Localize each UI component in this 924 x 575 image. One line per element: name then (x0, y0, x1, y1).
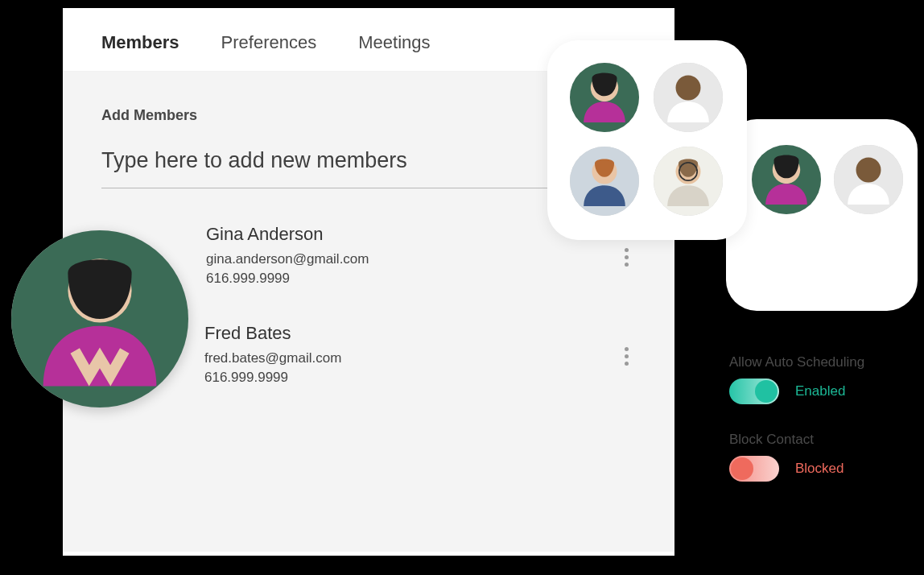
avatar-person3 (570, 147, 639, 216)
more-menu-icon[interactable] (617, 346, 636, 366)
more-menu-icon[interactable] (617, 247, 636, 267)
avatar-person4 (654, 147, 723, 216)
avatar-fred (654, 63, 723, 132)
avatar-gina (752, 145, 821, 214)
member-phone: 616.999.9999 (206, 271, 617, 287)
settings-panel: Allow Auto Scheduling Enabled Block Cont… (729, 354, 916, 509)
avatar-grid-card-back (726, 119, 918, 311)
member-info: Gina Anderson gina.anderson@gmail.com 61… (206, 224, 617, 290)
member-info: Fred Bates fred.bates@gmail.com 616.999.… (204, 323, 617, 389)
tab-preferences[interactable]: Preferences (221, 32, 317, 53)
auto-scheduling-status: Enabled (795, 383, 845, 399)
setting-block-contact: Block Contact Blocked (729, 432, 916, 482)
setting-auto-scheduling: Allow Auto Scheduling Enabled (729, 354, 916, 404)
svg-point-7 (676, 75, 701, 100)
member-email: fred.bates@gmail.com (204, 350, 617, 366)
setting-label: Allow Auto Scheduling (729, 354, 916, 370)
auto-scheduling-toggle[interactable] (729, 379, 779, 404)
block-contact-status: Blocked (795, 461, 844, 477)
setting-label: Block Contact (729, 432, 916, 448)
avatar-gina (570, 63, 639, 132)
avatar-fred (834, 145, 903, 214)
avatar-grid-card-front (547, 40, 747, 240)
member-name: Fred Bates (204, 323, 617, 344)
svg-point-16 (856, 157, 881, 182)
block-contact-toggle[interactable] (729, 456, 779, 482)
member-email: gina.anderson@gmail.com (206, 251, 617, 267)
tab-meetings[interactable]: Meetings (358, 32, 430, 53)
member-phone: 616.999.9999 (204, 370, 617, 386)
avatar-gina-large (11, 230, 188, 407)
tab-members[interactable]: Members (101, 32, 179, 53)
